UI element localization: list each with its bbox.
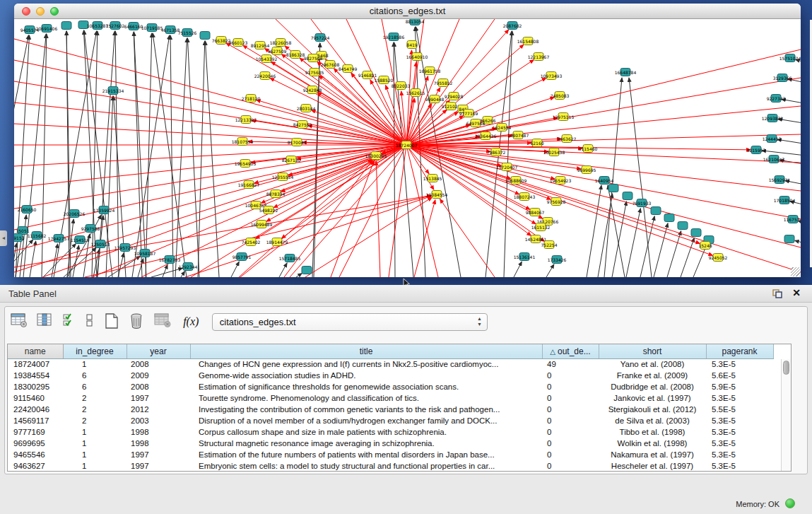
graph-node[interactable]: 1733426 (548, 256, 567, 264)
graph-node[interactable]: 9857791 (233, 253, 252, 261)
clear-row-selection-icon[interactable] (86, 313, 94, 328)
graph-node[interactable]: 16648784 (615, 69, 637, 76)
graph-node[interactable]: 8878334 (266, 190, 286, 198)
table-row[interactable]: 911546021997Tourette syndrome. Phenomeno… (8, 392, 773, 404)
graph-node[interactable]: 39153 (14, 234, 25, 242)
graph-node[interactable]: 8419 (406, 41, 417, 49)
network-window[interactable]: citations_edges.txt 94055742069140610653… (14, 4, 801, 277)
graph-node[interactable]: 1154519 (71, 236, 90, 244)
graph-node[interactable]: 1292344 (179, 263, 198, 271)
graph-node[interactable]: 1615132 (531, 223, 551, 231)
graph-node[interactable]: 16099489 (251, 221, 273, 228)
graph-node[interactable]: 10025438 (543, 148, 565, 156)
new-table-icon[interactable] (104, 313, 119, 329)
table-row[interactable]: 946554611997Estimation of the future num… (8, 449, 773, 460)
window-titlebar[interactable]: citations_edges.txt (14, 4, 801, 19)
graph-node[interactable]: 12093832 (762, 115, 784, 122)
graph-node[interactable]: 752254 (541, 241, 558, 249)
graph-node[interactable]: 18807243 (514, 193, 536, 201)
graph-node[interactable]: 7955812 (434, 79, 453, 87)
graph-node[interactable] (200, 32, 210, 40)
graph-node[interactable]: 18107554 (232, 138, 254, 146)
show-columns-icon[interactable] (37, 313, 52, 328)
graph-node[interactable]: 1115682 (28, 232, 47, 240)
graph-node[interactable]: 1588520 (375, 76, 394, 84)
graph-node[interactable]: 9245052 (709, 254, 728, 262)
graph-node[interactable]: 1640954 (595, 177, 614, 185)
table-row[interactable]: 1938455462009Genome-wide association stu… (8, 370, 773, 381)
graph-node[interactable]: 62160 (530, 139, 543, 147)
function-builder-icon[interactable]: f(x) (183, 315, 199, 328)
graph-node[interactable]: 15751074 (779, 54, 801, 62)
graph-node[interactable]: 12355554 (272, 173, 294, 181)
graph-node[interactable]: 21915334 (102, 87, 124, 95)
table-scrollbar-thumb[interactable] (783, 361, 789, 375)
graph-node[interactable]: 18300295 (365, 152, 387, 160)
graph-node[interactable]: 9297588 (81, 225, 100, 233)
graph-node[interactable]: 20206526 (64, 210, 86, 218)
graph-node[interactable]: 16640910 (406, 53, 428, 61)
table-scrollbar[interactable] (781, 359, 791, 472)
column-header-title[interactable]: title (190, 344, 542, 358)
graph-node[interactable]: 2160650 (18, 206, 37, 214)
graph-node[interactable]: 9756928 (547, 198, 566, 206)
graph-node[interactable]: 9242848 (303, 86, 322, 94)
hidden-panel-handle[interactable]: ◂ (0, 230, 7, 246)
graph-node[interactable] (651, 207, 661, 215)
graph-node[interactable]: 15136141 (514, 253, 536, 261)
graph-node[interactable]: 12213322 (235, 116, 257, 124)
graph-node[interactable]: 17018504 (774, 197, 796, 204)
graph-node[interactable]: 10973493 (541, 72, 563, 80)
graph-node[interactable] (608, 185, 618, 192)
graph-node[interactable]: 19166827 (238, 181, 260, 189)
graph-node[interactable]: 7515526 (178, 29, 197, 37)
table-row[interactable]: 1830029562008Estimation of significance … (8, 381, 773, 392)
graph-node[interactable]: 9884067 (526, 209, 545, 216)
graph-node[interactable]: 7691933 (632, 199, 652, 207)
graph-node[interactable]: 10807487 (507, 132, 529, 139)
graph-node[interactable] (678, 222, 688, 230)
graph-node[interactable]: 9699695 (577, 166, 596, 174)
table-row[interactable]: 969969511998Structural magnetic resonanc… (8, 438, 773, 449)
graph-node[interactable]: 2087682 (503, 22, 522, 30)
column-header-short[interactable]: short (599, 344, 706, 358)
graph-node[interactable]: 12213967 (528, 53, 550, 61)
table-row[interactable]: 2242004622012Investigating the contribut… (8, 404, 773, 415)
graph-node[interactable]: 4671358 (161, 26, 180, 34)
graph-node[interactable]: 16154808 (517, 37, 539, 45)
graph-node[interactable]: 8186328 (286, 51, 305, 59)
graph-node[interactable]: 7485083 (551, 92, 570, 100)
graph-node[interactable]: 8454749 (339, 65, 358, 73)
table-settings-icon[interactable] (11, 313, 28, 328)
close-panel-icon[interactable]: ✕ (792, 287, 801, 298)
graph-node[interactable]: 16961758 (419, 67, 441, 75)
graph-node[interactable]: 1167534 (784, 216, 801, 223)
graph-node[interactable]: 7663822 (212, 37, 231, 45)
graph-node[interactable]: 9777169 (459, 110, 478, 117)
table-row[interactable]: 1872400712008Changes of HCN gene express… (8, 358, 773, 370)
graph-node[interactable]: 19218586 (383, 33, 405, 41)
column-header-in_degree[interactable]: in_degree (63, 344, 126, 358)
graph-node[interactable]: 1244413 (763, 135, 782, 143)
column-header-out_de[interactable]: △out_de... (542, 344, 599, 358)
graph-node[interactable]: 1527602 (106, 22, 125, 30)
graph-node[interactable]: 9990448 (425, 95, 445, 103)
graph-node[interactable]: 18226058 (270, 39, 292, 47)
graph-node[interactable]: 15248 (698, 242, 712, 250)
graph-node[interactable] (61, 22, 71, 30)
graph-node[interactable]: 9115460 (579, 145, 598, 153)
graph-node[interactable]: 8912954 (251, 42, 270, 49)
graph-node[interactable] (784, 235, 794, 243)
column-header-year[interactable]: year (126, 344, 190, 358)
graph-node[interactable] (623, 192, 632, 200)
graph-node[interactable]: 9463627 (558, 135, 577, 143)
select-all-rows-icon[interactable] (62, 313, 76, 328)
graph-node[interactable]: 8813054 (406, 19, 425, 25)
graph-node[interactable]: 3129366 (773, 74, 792, 82)
graph-node[interactable]: 17359924 (93, 206, 115, 214)
graph-node[interactable]: 22420046 (254, 72, 276, 80)
graph-node[interactable]: 16782753 (159, 256, 181, 264)
graph-node[interactable]: 15692971 (769, 176, 791, 184)
table-row[interactable]: 946362711997Embryonic stem cells: a mode… (8, 460, 773, 472)
network-canvas[interactable]: 9405574206914061065328715276026466160107… (14, 19, 801, 277)
